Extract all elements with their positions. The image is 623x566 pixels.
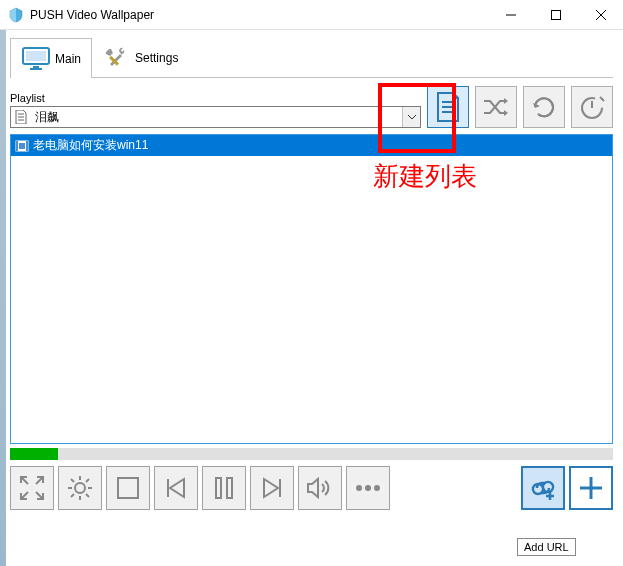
svg-rect-33 (227, 478, 232, 498)
chevron-down-icon (402, 107, 420, 127)
minimize-button[interactable] (488, 0, 533, 30)
svg-rect-7 (30, 68, 42, 70)
svg-line-29 (71, 494, 74, 497)
close-button[interactable] (578, 0, 623, 30)
svg-point-36 (365, 485, 371, 491)
titlebar: PUSH Video Wallpaper (0, 0, 623, 30)
maximize-button[interactable] (533, 0, 578, 30)
tab-main[interactable]: Main (10, 38, 92, 78)
svg-rect-5 (26, 51, 46, 61)
more-button[interactable] (346, 466, 390, 510)
playlist-dropdown[interactable]: 泪飙 (10, 106, 421, 128)
video-file-icon (15, 139, 29, 153)
next-button[interactable] (250, 466, 294, 510)
shuffle-button[interactable] (475, 86, 517, 128)
volume-button[interactable] (298, 466, 342, 510)
svg-rect-20 (19, 143, 25, 149)
svg-line-28 (86, 479, 89, 482)
fullscreen-button[interactable] (10, 466, 54, 510)
settings-gear-button[interactable] (58, 466, 102, 510)
list-item[interactable]: 老电脑如何安装win11 (11, 135, 612, 156)
tools-icon (103, 45, 131, 71)
svg-line-27 (86, 494, 89, 497)
playlist-label: Playlist (10, 92, 421, 104)
svg-rect-30 (118, 478, 138, 498)
previous-button[interactable] (154, 466, 198, 510)
pause-button[interactable] (202, 466, 246, 510)
svg-point-21 (75, 483, 85, 493)
svg-rect-18 (16, 141, 18, 151)
app-icon (8, 7, 24, 23)
document-icon (11, 110, 31, 124)
tab-bar: Main Settings (10, 38, 613, 78)
stop-button[interactable] (106, 466, 150, 510)
svg-rect-6 (33, 66, 39, 68)
new-playlist-button[interactable] (427, 86, 469, 128)
tab-settings-label: Settings (135, 51, 178, 65)
tooltip: Add URL (517, 538, 576, 556)
add-url-button[interactable] (521, 466, 565, 510)
svg-rect-19 (26, 141, 28, 151)
svg-line-26 (71, 479, 74, 482)
svg-point-35 (356, 485, 362, 491)
playlist-selected-text: 泪飙 (31, 109, 402, 126)
list-item-title: 老电脑如何安装win11 (33, 137, 148, 154)
window-title: PUSH Video Wallpaper (30, 8, 488, 22)
bottom-toolbar (10, 466, 613, 510)
timer-button[interactable] (571, 86, 613, 128)
progress-fill (10, 448, 58, 460)
monitor-icon (21, 46, 51, 72)
progress-bar[interactable] (10, 448, 613, 460)
svg-point-37 (374, 485, 380, 491)
tab-main-label: Main (55, 52, 81, 66)
repeat-button[interactable] (523, 86, 565, 128)
svg-rect-1 (551, 10, 560, 19)
svg-rect-32 (216, 478, 221, 498)
tab-settings[interactable]: Settings (92, 38, 189, 77)
video-list[interactable]: 老电脑如何安装win11 (10, 134, 613, 444)
add-button[interactable] (569, 466, 613, 510)
